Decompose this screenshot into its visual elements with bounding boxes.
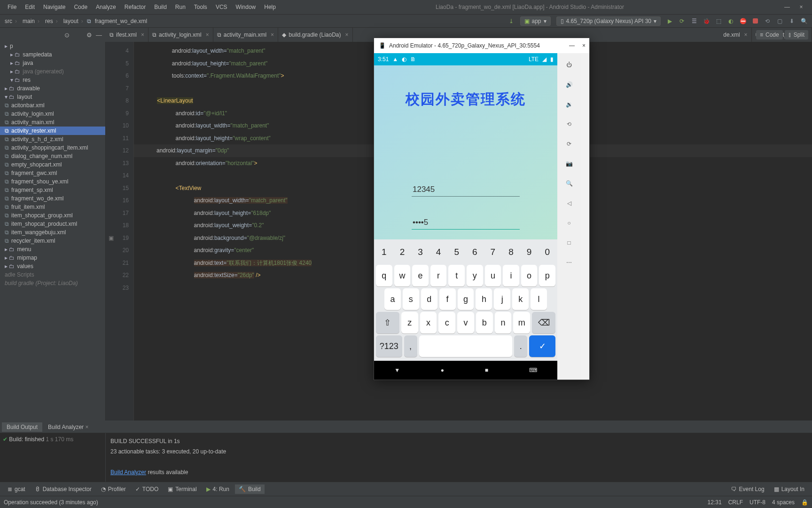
apply-changes-icon[interactable]: ⟳ xyxy=(677,16,687,26)
key-8[interactable]: 8 xyxy=(503,241,519,263)
tree-item[interactable]: build gradle (Project: LiaoDa) xyxy=(0,279,105,287)
menu-analyze[interactable]: Analyze xyxy=(92,2,120,12)
menu-file[interactable]: File xyxy=(4,2,20,12)
nav-recent-icon[interactable]: ■ xyxy=(485,367,488,373)
key-z[interactable]: z xyxy=(401,312,418,333)
tree-item[interactable]: ⧉activity_login.xml xyxy=(0,110,105,118)
key-g[interactable]: g xyxy=(458,288,474,310)
emulator-minimize-button[interactable]: — xyxy=(569,42,575,49)
tree-item[interactable]: ▸ 🗀values xyxy=(0,262,105,270)
rotate-right-icon[interactable]: ⟳ xyxy=(564,139,574,149)
menu-code[interactable]: Code xyxy=(70,2,91,12)
tree-item[interactable]: ▸ 🗀java (generated) xyxy=(0,67,105,76)
build-console[interactable]: BUILD SUCCESSFUL in 1s 23 actionable tas… xyxy=(106,433,812,482)
key-i[interactable]: i xyxy=(503,265,519,286)
close-icon[interactable]: × xyxy=(744,32,748,38)
tool-todo[interactable]: ✓TODO xyxy=(132,484,162,494)
crumb-src[interactable]: src xyxy=(3,18,19,24)
key-u[interactable]: u xyxy=(485,265,501,286)
key-3[interactable]: 3 xyxy=(412,241,429,263)
menu-refactor[interactable]: Refactor xyxy=(121,2,149,12)
tree-item[interactable]: ▾ 🗀layout xyxy=(0,93,105,101)
lock-icon[interactable]: 🔒 xyxy=(801,499,808,506)
tool-logcat[interactable]: ≣gcat xyxy=(4,484,29,494)
tree-item[interactable]: adle Scripts xyxy=(0,270,105,279)
caret-position[interactable]: 12:31 xyxy=(708,499,722,506)
tool-database[interactable]: 🛢Database Inspector xyxy=(31,484,95,494)
tab-manifest[interactable]: ⧉ifest.xml× xyxy=(106,28,148,42)
key-7[interactable]: 7 xyxy=(485,241,501,263)
camera-icon[interactable]: 📷 xyxy=(564,159,574,169)
tree-item[interactable]: ⧉item_wanggebuju.xml xyxy=(0,228,105,237)
crumb-layout[interactable]: layout xyxy=(62,18,85,24)
menu-window[interactable]: Window xyxy=(232,2,260,12)
emulator-window[interactable]: 📱 Android Emulator - 4.65_720p_Galaxy_Ne… xyxy=(374,38,590,380)
overview-icon[interactable]: □ xyxy=(564,238,574,248)
coverage-icon[interactable]: ⬚ xyxy=(713,16,724,26)
tree-item[interactable]: ⧉activity_shoppingcart_item.xml xyxy=(0,143,105,152)
tree-item-selected[interactable]: ⧉activity_rester.xml xyxy=(0,127,105,135)
build-tree[interactable]: ✔ Build: finished 1 s 170 ms xyxy=(0,433,106,482)
tab-de[interactable]: de.xml× xyxy=(719,28,751,42)
tool-event-log[interactable]: 🗨Event Log xyxy=(727,484,768,494)
password-field[interactable]: ••••5 xyxy=(412,216,520,230)
menu-edit[interactable]: Edit xyxy=(21,2,39,12)
key-r[interactable]: r xyxy=(430,265,447,286)
key-p[interactable]: p xyxy=(539,265,555,286)
menu-build[interactable]: Build xyxy=(150,2,171,12)
make-project-icon[interactable]: ⤓ xyxy=(506,16,516,26)
key-0[interactable]: 0 xyxy=(539,241,555,263)
search-icon[interactable]: 🔍 xyxy=(799,16,809,26)
key-q[interactable]: q xyxy=(376,265,392,286)
tree-item[interactable]: ▸ 🗀java xyxy=(0,59,105,67)
key-k[interactable]: k xyxy=(512,288,529,310)
key-l[interactable]: l xyxy=(531,288,547,310)
run-config-selector[interactable]: ▣ app ▾ xyxy=(520,16,551,26)
key-d[interactable]: d xyxy=(421,288,437,310)
menu-navigate[interactable]: Navigate xyxy=(39,2,69,12)
tab-build-gradle[interactable]: ◆build.gradle (LiaoDa)× xyxy=(278,28,352,42)
close-icon[interactable]: × xyxy=(271,32,274,38)
back-icon[interactable]: ◁ xyxy=(564,198,574,208)
sdk-manager-icon[interactable]: ⬇ xyxy=(787,16,797,26)
tree-item[interactable]: ⧉dialog_change_num.xml xyxy=(0,152,105,160)
menu-vcs[interactable]: VCS xyxy=(212,2,231,12)
tree-item[interactable]: ⧉fragment_wo_de.xml xyxy=(0,194,105,203)
tree-item[interactable]: ▸ 🗀menu xyxy=(0,245,105,254)
nav-back-icon[interactable]: ▼ xyxy=(394,367,400,373)
code-mode-button[interactable]: ≡Code xyxy=(756,30,783,40)
key-comma[interactable]: , xyxy=(404,335,417,357)
menu-tools[interactable]: Tools xyxy=(190,2,211,12)
volume-down-icon[interactable]: 🔉 xyxy=(564,99,574,110)
key-t[interactable]: t xyxy=(448,265,465,286)
emulator-close-button[interactable]: × xyxy=(582,42,586,49)
key-space[interactable] xyxy=(419,335,513,357)
key-shift[interactable]: ⇧ xyxy=(376,312,399,333)
nav-home-icon[interactable]: ● xyxy=(441,367,444,373)
key-b[interactable]: b xyxy=(476,312,493,333)
tree-item[interactable]: ⧉fragment_gwc.xml xyxy=(0,169,105,177)
line-ending[interactable]: CRLF xyxy=(728,499,743,506)
tool-run[interactable]: ▶4: Run xyxy=(203,484,233,494)
menu-help[interactable]: Help xyxy=(260,2,280,12)
close-icon[interactable]: × xyxy=(206,32,209,38)
window-minimize-button[interactable]: — xyxy=(780,4,794,10)
power-icon[interactable]: ⏻ xyxy=(564,60,574,70)
more-icon[interactable]: ⋯ xyxy=(564,257,574,268)
project-tree[interactable]: ▸p ▸ 🗀sampledata ▸ 🗀java ▸ 🗀java (genera… xyxy=(0,42,106,482)
tree-item[interactable]: ⧉recycler_item.xml xyxy=(0,237,105,245)
file-encoding[interactable]: UTF-8 xyxy=(750,499,765,506)
tree-item[interactable]: ⧉item_shopcat_product.xml xyxy=(0,220,105,228)
key-period[interactable]: . xyxy=(514,335,527,357)
key-f[interactable]: f xyxy=(439,288,456,310)
key-a[interactable]: a xyxy=(384,288,401,310)
tree-item[interactable]: ⧉acitonbar.xml xyxy=(0,101,105,110)
tree-item[interactable]: ▸ 🗀mipmap xyxy=(0,254,105,262)
tool-layout-inspector[interactable]: ▦Layout In xyxy=(770,484,808,494)
tree-item[interactable]: ⧉item_shopcat_group.xml xyxy=(0,211,105,220)
key-5[interactable]: 5 xyxy=(448,241,465,263)
split-mode-button[interactable]: ⫿Split xyxy=(785,30,808,40)
settings-icon[interactable]: ⚙ xyxy=(86,32,92,39)
key-6[interactable]: 6 xyxy=(467,241,483,263)
tree-item[interactable]: ⧉activity_s_h_d_z.xml xyxy=(0,135,105,143)
